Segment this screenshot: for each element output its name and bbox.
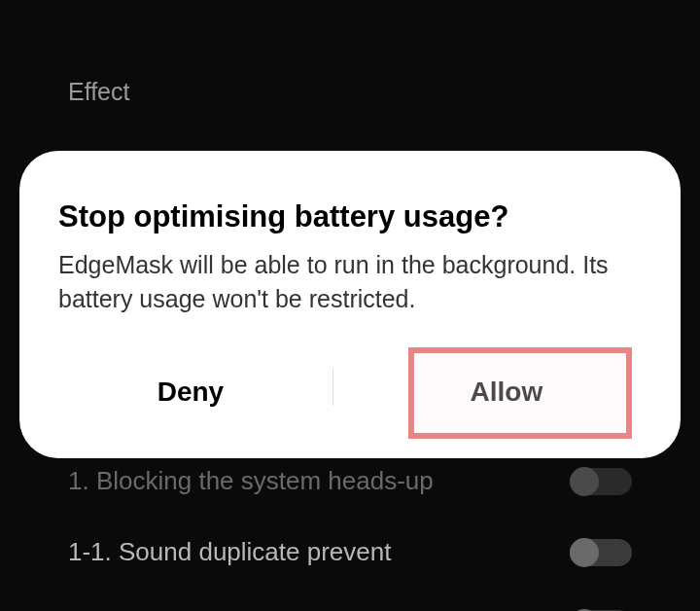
setting-row[interactable]: 1-1. Sound duplicate prevent <box>68 537 632 567</box>
section-header: Effect <box>68 78 632 106</box>
dialog-title: Stop optimising battery usage? <box>58 199 642 234</box>
setting-label: 1-1. Sound duplicate prevent <box>68 537 391 567</box>
button-divider <box>332 369 333 406</box>
setting-label: 1. Blocking the system heads-up <box>68 466 434 496</box>
dialog-body: EdgeMask will be able to run in the back… <box>58 248 642 316</box>
toggle-switch[interactable] <box>570 539 632 566</box>
toggle-switch[interactable] <box>570 468 632 495</box>
allow-button[interactable]: Allow <box>422 365 592 419</box>
battery-dialog: Stop optimising battery usage? EdgeMask … <box>19 151 681 458</box>
deny-button[interactable]: Deny <box>109 365 272 419</box>
setting-row[interactable]: 1. Blocking the system heads-up <box>68 466 632 496</box>
dialog-button-row: Deny Allow <box>58 365 642 419</box>
